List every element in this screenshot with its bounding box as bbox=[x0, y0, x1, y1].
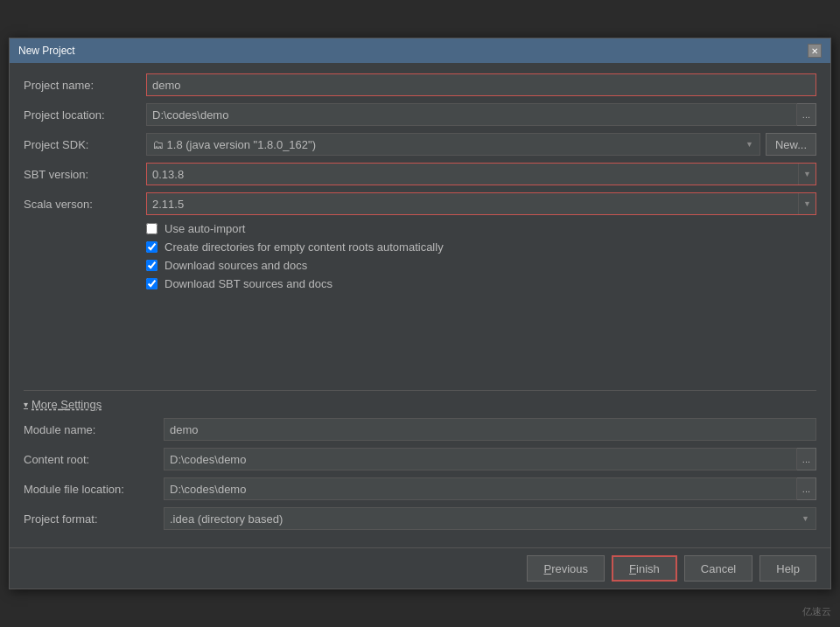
project-name-row: Project name: bbox=[24, 73, 816, 96]
close-button[interactable]: ✕ bbox=[808, 44, 822, 58]
project-format-select[interactable]: .idea (directory based) .ipr (file based… bbox=[164, 507, 816, 530]
project-format-row: Project format: .idea (directory based) … bbox=[24, 507, 816, 530]
download-sources-label: Download sources and docs bbox=[164, 259, 307, 272]
module-file-field: ... bbox=[164, 477, 816, 500]
dialog-footer: Previous Finish Cancel Help bbox=[10, 547, 830, 589]
finish-button[interactable]: Finish bbox=[612, 555, 677, 582]
title-bar: New Project ✕ bbox=[10, 38, 830, 63]
download-sources-row: Download sources and docs bbox=[146, 259, 816, 272]
cancel-label: Cancel bbox=[701, 562, 736, 575]
more-settings-header[interactable]: ▾ More Settings bbox=[24, 398, 816, 411]
content-root-field: ... bbox=[164, 448, 816, 470]
scala-version-row: Scala verson: ▼ bbox=[24, 192, 816, 215]
project-sdk-row: Project SDK: 🗂 1.8 (java version "1.8.0_… bbox=[24, 133, 816, 156]
sdk-select[interactable]: 🗂 1.8 (java version "1.8.0_162") bbox=[146, 133, 760, 156]
project-name-label: Project name: bbox=[24, 79, 146, 92]
module-name-row: Module name: bbox=[24, 418, 816, 441]
project-location-input[interactable] bbox=[146, 103, 797, 126]
content-root-browse-btn[interactable]: ... bbox=[797, 448, 816, 470]
dialog-title: New Project bbox=[18, 45, 75, 57]
project-format-wrapper: .idea (directory based) .ipr (file based… bbox=[164, 507, 816, 530]
download-sbt-checkbox[interactable] bbox=[146, 278, 158, 289]
download-sbt-label: Download SBT sources and docs bbox=[164, 277, 332, 290]
sbt-version-dropdown[interactable]: ▼ bbox=[798, 164, 816, 185]
more-settings-body: Module name: Content root: ... Module fi… bbox=[24, 418, 816, 530]
auto-import-checkbox[interactable] bbox=[146, 223, 158, 234]
previous-button[interactable]: Previous bbox=[527, 555, 605, 582]
module-file-label: Module file location: bbox=[24, 483, 164, 496]
new-project-dialog: New Project ✕ Project name: Project loca… bbox=[9, 38, 831, 589]
auto-import-row: Use auto-import bbox=[146, 222, 816, 235]
module-file-input[interactable] bbox=[164, 477, 797, 500]
more-settings-title: More Settings bbox=[32, 398, 102, 411]
sdk-new-btn[interactable]: New... bbox=[766, 133, 816, 156]
create-dirs-checkbox[interactable] bbox=[146, 241, 158, 253]
module-file-row: Module file location: ... bbox=[24, 477, 816, 500]
content-root-label: Content root: bbox=[24, 453, 164, 466]
project-location-row: Project location: ... bbox=[24, 103, 816, 126]
sdk-select-area: 🗂 1.8 (java version "1.8.0_162") New... bbox=[146, 133, 816, 156]
project-format-label: Project format: bbox=[24, 512, 164, 526]
dialog-wrapper: New Project ✕ Project name: Project loca… bbox=[0, 0, 840, 627]
project-location-label: Project location: bbox=[24, 108, 146, 122]
module-file-browse-btn[interactable]: ... bbox=[797, 477, 816, 500]
previous-label: Previous bbox=[543, 562, 588, 575]
scala-version-field: ▼ bbox=[146, 192, 816, 215]
sbt-version-input[interactable] bbox=[147, 164, 798, 185]
project-sdk-label: Project SDK: bbox=[24, 138, 146, 151]
download-sources-checkbox[interactable] bbox=[146, 260, 158, 271]
content-root-row: Content root: ... bbox=[24, 448, 816, 470]
finish-label: Finish bbox=[629, 562, 660, 575]
scala-version-label: Scala verson: bbox=[24, 198, 146, 211]
sdk-select-wrapper: 🗂 1.8 (java version "1.8.0_162") bbox=[146, 133, 760, 156]
content-root-input[interactable] bbox=[164, 448, 797, 470]
empty-spacer bbox=[24, 296, 816, 383]
more-settings-arrow: ▾ bbox=[24, 400, 28, 409]
project-location-field: ... bbox=[146, 103, 816, 126]
sbt-version-field: ▼ bbox=[146, 163, 816, 185]
checkbox-section: Use auto-import Create directories for e… bbox=[146, 222, 816, 290]
create-dirs-label: Create directories for empty content roo… bbox=[164, 240, 444, 254]
help-label: Help bbox=[776, 562, 800, 575]
more-settings-section: ▾ More Settings Module name: Content roo… bbox=[24, 390, 816, 530]
help-button[interactable]: Help bbox=[760, 555, 816, 582]
auto-import-label: Use auto-import bbox=[164, 222, 245, 235]
dialog-body: Project name: Project location: ... Proj… bbox=[10, 63, 830, 547]
module-name-label: Module name: bbox=[24, 423, 164, 436]
download-sbt-row: Download SBT sources and docs bbox=[146, 277, 816, 290]
sbt-version-label: SBT version: bbox=[24, 168, 146, 181]
watermark: 亿速云 bbox=[802, 605, 831, 618]
project-location-browse-btn[interactable]: ... bbox=[797, 103, 816, 126]
create-dirs-row: Create directories for empty content roo… bbox=[146, 240, 816, 254]
module-name-input[interactable] bbox=[164, 418, 816, 441]
sbt-version-row: SBT version: ▼ bbox=[24, 163, 816, 185]
project-name-input[interactable] bbox=[146, 73, 816, 96]
scala-version-dropdown[interactable]: ▼ bbox=[798, 193, 816, 214]
scala-version-input[interactable] bbox=[147, 193, 798, 214]
cancel-button[interactable]: Cancel bbox=[684, 555, 752, 582]
